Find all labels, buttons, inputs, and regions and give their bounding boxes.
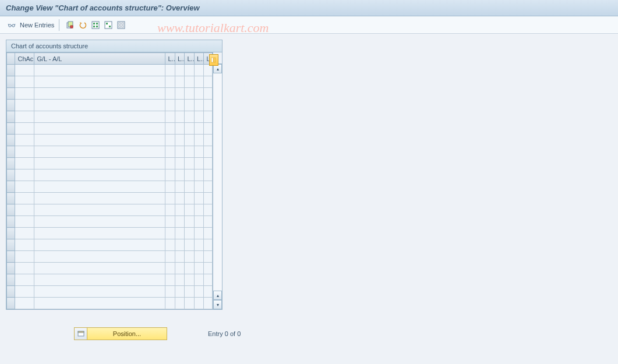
cell-l2[interactable] bbox=[175, 88, 185, 100]
row-selector[interactable] bbox=[7, 239, 15, 251]
cell-l5[interactable] bbox=[204, 76, 213, 88]
cell-l4[interactable] bbox=[194, 65, 204, 76]
cell-l4[interactable] bbox=[194, 216, 204, 228]
cell-l1[interactable] bbox=[165, 204, 175, 216]
column-l4-header[interactable]: L.. bbox=[194, 53, 204, 65]
cell-l2[interactable] bbox=[175, 286, 185, 298]
cell-l2[interactable] bbox=[175, 135, 185, 146]
cell-l1[interactable] bbox=[165, 286, 175, 298]
cell-l4[interactable] bbox=[194, 146, 204, 158]
cell-gl[interactable] bbox=[34, 146, 165, 158]
cell-l4[interactable] bbox=[194, 263, 204, 274]
copy-as-icon[interactable] bbox=[65, 20, 75, 30]
table-row[interactable] bbox=[7, 135, 213, 146]
cell-gl[interactable] bbox=[34, 274, 165, 286]
table-row[interactable] bbox=[7, 204, 213, 216]
cell-l1[interactable] bbox=[165, 76, 175, 88]
cell-l4[interactable] bbox=[194, 158, 204, 169]
cell-l1[interactable] bbox=[165, 135, 175, 146]
row-selector[interactable] bbox=[7, 169, 15, 181]
cell-l1[interactable] bbox=[165, 263, 175, 274]
cell-l4[interactable] bbox=[194, 286, 204, 298]
cell-gl[interactable] bbox=[34, 298, 165, 309]
cell-l3[interactable] bbox=[185, 228, 195, 239]
undo-icon[interactable] bbox=[78, 20, 87, 30]
cell-gl[interactable] bbox=[34, 65, 165, 76]
cell-l2[interactable] bbox=[175, 65, 185, 76]
column-l2-header[interactable]: L.. bbox=[175, 53, 185, 65]
table-row[interactable] bbox=[7, 88, 213, 100]
cell-l1[interactable] bbox=[165, 88, 175, 100]
cell-gl[interactable] bbox=[34, 181, 165, 193]
row-selector[interactable] bbox=[7, 286, 15, 298]
row-selector[interactable] bbox=[7, 251, 15, 263]
cell-chac[interactable] bbox=[15, 100, 34, 111]
cell-chac[interactable] bbox=[15, 123, 34, 135]
cell-l3[interactable] bbox=[185, 204, 195, 216]
cell-l5[interactable] bbox=[204, 65, 213, 76]
cell-l3[interactable] bbox=[185, 298, 195, 309]
cell-l3[interactable] bbox=[185, 193, 195, 204]
table-row[interactable] bbox=[7, 263, 213, 274]
cell-l4[interactable] bbox=[194, 88, 204, 100]
cell-l5[interactable] bbox=[204, 193, 213, 204]
cell-gl[interactable] bbox=[34, 193, 165, 204]
cell-gl[interactable] bbox=[34, 100, 165, 111]
cell-chac[interactable] bbox=[15, 158, 34, 169]
cell-l2[interactable] bbox=[175, 100, 185, 111]
scroll-up-page-icon[interactable]: ▴ bbox=[213, 291, 222, 300]
cell-l2[interactable] bbox=[175, 239, 185, 251]
cell-l5[interactable] bbox=[204, 100, 213, 111]
select-block-icon[interactable] bbox=[104, 20, 113, 30]
cell-l1[interactable] bbox=[165, 298, 175, 309]
row-selector[interactable] bbox=[7, 135, 15, 146]
column-chac-header[interactable]: ChAc bbox=[15, 53, 34, 65]
row-selector[interactable] bbox=[7, 158, 15, 169]
cell-chac[interactable] bbox=[15, 135, 34, 146]
cell-l5[interactable] bbox=[204, 204, 213, 216]
scroll-down-icon[interactable]: ▾ bbox=[213, 300, 222, 309]
cell-l2[interactable] bbox=[175, 146, 185, 158]
new-entries-button[interactable]: New Entries bbox=[6, 19, 59, 31]
cell-chac[interactable] bbox=[15, 298, 34, 309]
cell-chac[interactable] bbox=[15, 239, 34, 251]
table-row[interactable] bbox=[7, 146, 213, 158]
cell-l3[interactable] bbox=[185, 158, 195, 169]
table-row[interactable] bbox=[7, 251, 213, 263]
cell-l5[interactable] bbox=[204, 146, 213, 158]
cell-gl[interactable] bbox=[34, 169, 165, 181]
cell-gl[interactable] bbox=[34, 228, 165, 239]
cell-chac[interactable] bbox=[15, 286, 34, 298]
cell-l1[interactable] bbox=[165, 100, 175, 111]
table-row[interactable] bbox=[7, 274, 213, 286]
cell-l5[interactable] bbox=[204, 111, 213, 123]
table-row[interactable] bbox=[7, 123, 213, 135]
cell-l2[interactable] bbox=[175, 263, 185, 274]
cell-l4[interactable] bbox=[194, 181, 204, 193]
cell-chac[interactable] bbox=[15, 65, 34, 76]
cell-chac[interactable] bbox=[15, 88, 34, 100]
cell-l3[interactable] bbox=[185, 76, 195, 88]
table-row[interactable] bbox=[7, 216, 213, 228]
cell-l4[interactable] bbox=[194, 228, 204, 239]
cell-l3[interactable] bbox=[185, 123, 195, 135]
table-row[interactable] bbox=[7, 65, 213, 76]
cell-l1[interactable] bbox=[165, 181, 175, 193]
cell-chac[interactable] bbox=[15, 181, 34, 193]
cell-chac[interactable] bbox=[15, 216, 34, 228]
cell-l4[interactable] bbox=[194, 239, 204, 251]
cell-gl[interactable] bbox=[34, 204, 165, 216]
cell-chac[interactable] bbox=[15, 263, 34, 274]
row-selector[interactable] bbox=[7, 193, 15, 204]
row-selector[interactable] bbox=[7, 88, 15, 100]
cell-l3[interactable] bbox=[185, 251, 195, 263]
row-selector[interactable] bbox=[7, 298, 15, 309]
cell-l2[interactable] bbox=[175, 274, 185, 286]
cell-gl[interactable] bbox=[34, 76, 165, 88]
row-selector[interactable] bbox=[7, 65, 15, 76]
cell-l4[interactable] bbox=[194, 135, 204, 146]
cell-l2[interactable] bbox=[175, 76, 185, 88]
cell-l1[interactable] bbox=[165, 193, 175, 204]
cell-l2[interactable] bbox=[175, 111, 185, 123]
cell-l1[interactable] bbox=[165, 146, 175, 158]
